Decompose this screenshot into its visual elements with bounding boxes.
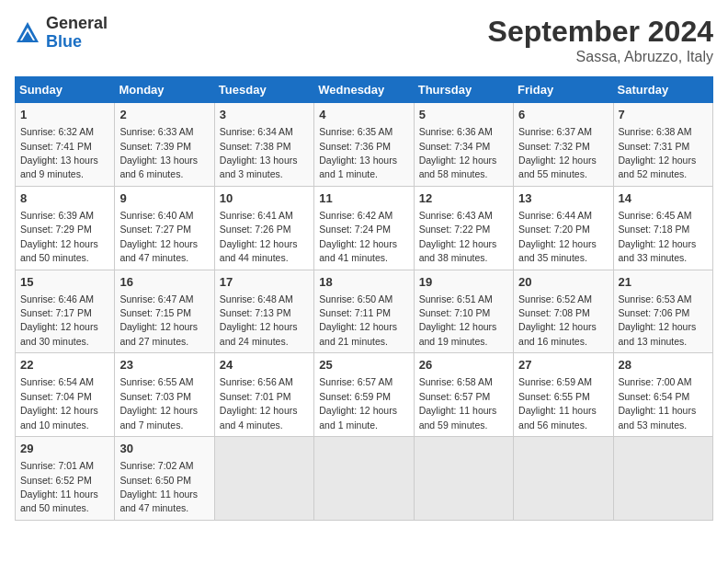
day-number: 22 xyxy=(20,357,109,373)
calendar-cell: 9Sunrise: 6:40 AM Sunset: 7:27 PM Daylig… xyxy=(115,186,214,270)
col-header-tuesday: Tuesday xyxy=(214,77,313,103)
col-header-friday: Friday xyxy=(514,77,613,103)
day-info: Sunrise: 6:55 AM Sunset: 7:03 PM Dayligh… xyxy=(119,376,198,430)
day-number: 26 xyxy=(419,357,508,373)
day-number: 24 xyxy=(220,357,309,373)
title-block: September 2024 Sassa, Abruzzo, Italy xyxy=(488,15,713,65)
day-info: Sunrise: 6:57 AM Sunset: 6:59 PM Dayligh… xyxy=(319,376,397,430)
day-number: 5 xyxy=(419,107,508,123)
calendar-header: SundayMondayTuesdayWednesdayThursdayFrid… xyxy=(16,77,713,103)
day-info: Sunrise: 6:58 AM Sunset: 6:57 PM Dayligh… xyxy=(419,376,497,430)
col-header-sunday: Sunday xyxy=(16,77,115,103)
calendar-cell: 11Sunrise: 6:42 AM Sunset: 7:24 PM Dayli… xyxy=(314,186,414,270)
calendar-cell: 22Sunrise: 6:54 AM Sunset: 7:04 PM Dayli… xyxy=(16,353,115,437)
calendar-cell xyxy=(414,437,513,521)
week-row-4: 22Sunrise: 6:54 AM Sunset: 7:04 PM Dayli… xyxy=(16,353,713,437)
col-header-saturday: Saturday xyxy=(613,77,712,103)
calendar-cell: 12Sunrise: 6:43 AM Sunset: 7:22 PM Dayli… xyxy=(414,186,513,270)
day-info: Sunrise: 6:37 AM Sunset: 7:32 PM Dayligh… xyxy=(518,126,597,179)
calendar-cell: 17Sunrise: 6:48 AM Sunset: 7:13 PM Dayli… xyxy=(214,270,313,353)
day-info: Sunrise: 6:44 AM Sunset: 7:20 PM Dayligh… xyxy=(518,210,597,263)
day-info: Sunrise: 6:43 AM Sunset: 7:22 PM Dayligh… xyxy=(419,210,497,263)
calendar-cell: 30Sunrise: 7:02 AM Sunset: 6:50 PM Dayli… xyxy=(115,437,214,521)
calendar-body: 1Sunrise: 6:32 AM Sunset: 7:41 PM Daylig… xyxy=(16,103,713,521)
logo: General Blue xyxy=(15,15,108,52)
calendar-cell xyxy=(514,437,613,521)
day-number: 27 xyxy=(518,357,608,373)
day-number: 11 xyxy=(319,190,408,207)
day-number: 2 xyxy=(119,107,209,123)
day-info: Sunrise: 6:53 AM Sunset: 7:06 PM Dayligh… xyxy=(619,293,697,347)
calendar-cell: 14Sunrise: 6:45 AM Sunset: 7:18 PM Dayli… xyxy=(613,186,712,270)
day-number: 30 xyxy=(119,441,209,457)
day-number: 21 xyxy=(619,274,708,291)
calendar-cell: 13Sunrise: 6:44 AM Sunset: 7:20 PM Dayli… xyxy=(514,186,613,270)
calendar-cell: 1Sunrise: 6:32 AM Sunset: 7:41 PM Daylig… xyxy=(16,103,115,187)
col-header-thursday: Thursday xyxy=(414,77,513,103)
calendar-cell: 18Sunrise: 6:50 AM Sunset: 7:11 PM Dayli… xyxy=(314,270,414,353)
logo-general-text: General xyxy=(46,14,108,32)
calendar-cell: 15Sunrise: 6:46 AM Sunset: 7:17 PM Dayli… xyxy=(16,270,115,353)
day-info: Sunrise: 7:02 AM Sunset: 6:50 PM Dayligh… xyxy=(119,460,198,513)
day-number: 4 xyxy=(319,107,408,123)
location-text: Sassa, Abruzzo, Italy xyxy=(488,49,713,65)
calendar-cell: 7Sunrise: 6:38 AM Sunset: 7:31 PM Daylig… xyxy=(613,103,712,187)
week-row-1: 1Sunrise: 6:32 AM Sunset: 7:41 PM Daylig… xyxy=(16,103,713,187)
day-info: Sunrise: 6:59 AM Sunset: 6:55 PM Dayligh… xyxy=(518,376,597,430)
day-info: Sunrise: 6:36 AM Sunset: 7:34 PM Dayligh… xyxy=(419,126,497,179)
day-info: Sunrise: 6:41 AM Sunset: 7:26 PM Dayligh… xyxy=(220,210,298,263)
day-info: Sunrise: 7:00 AM Sunset: 6:54 PM Dayligh… xyxy=(619,376,697,430)
day-number: 1 xyxy=(20,107,109,123)
calendar-cell: 28Sunrise: 7:00 AM Sunset: 6:54 PM Dayli… xyxy=(613,353,712,437)
day-number: 15 xyxy=(20,274,109,291)
day-info: Sunrise: 6:47 AM Sunset: 7:15 PM Dayligh… xyxy=(119,293,198,347)
day-number: 23 xyxy=(119,357,209,373)
day-info: Sunrise: 6:45 AM Sunset: 7:18 PM Dayligh… xyxy=(619,210,697,263)
day-number: 29 xyxy=(20,441,109,457)
day-number: 7 xyxy=(619,107,708,123)
calendar-cell: 25Sunrise: 6:57 AM Sunset: 6:59 PM Dayli… xyxy=(314,353,414,437)
day-info: Sunrise: 6:50 AM Sunset: 7:11 PM Dayligh… xyxy=(319,293,397,347)
day-info: Sunrise: 6:54 AM Sunset: 7:04 PM Dayligh… xyxy=(20,376,98,430)
day-info: Sunrise: 6:39 AM Sunset: 7:29 PM Dayligh… xyxy=(20,210,98,263)
page-header: General Blue September 2024 Sassa, Abruz… xyxy=(15,15,713,65)
day-number: 8 xyxy=(20,190,109,207)
day-number: 25 xyxy=(319,357,408,373)
day-info: Sunrise: 6:34 AM Sunset: 7:38 PM Dayligh… xyxy=(220,126,298,179)
day-info: Sunrise: 6:40 AM Sunset: 7:27 PM Dayligh… xyxy=(119,210,198,263)
calendar-cell: 23Sunrise: 6:55 AM Sunset: 7:03 PM Dayli… xyxy=(115,353,214,437)
day-info: Sunrise: 6:32 AM Sunset: 7:41 PM Dayligh… xyxy=(20,126,98,179)
day-info: Sunrise: 6:35 AM Sunset: 7:36 PM Dayligh… xyxy=(319,126,397,179)
day-number: 13 xyxy=(518,190,608,207)
calendar-cell xyxy=(214,437,313,521)
day-number: 18 xyxy=(319,274,408,291)
calendar-cell: 10Sunrise: 6:41 AM Sunset: 7:26 PM Dayli… xyxy=(214,186,313,270)
calendar-cell: 3Sunrise: 6:34 AM Sunset: 7:38 PM Daylig… xyxy=(214,103,313,187)
day-number: 28 xyxy=(619,357,708,373)
calendar-cell: 20Sunrise: 6:52 AM Sunset: 7:08 PM Dayli… xyxy=(514,270,613,353)
calendar-cell: 29Sunrise: 7:01 AM Sunset: 6:52 PM Dayli… xyxy=(16,437,115,521)
day-info: Sunrise: 6:46 AM Sunset: 7:17 PM Dayligh… xyxy=(20,293,98,347)
day-info: Sunrise: 6:56 AM Sunset: 7:01 PM Dayligh… xyxy=(220,376,298,430)
calendar-cell xyxy=(314,437,414,521)
day-number: 17 xyxy=(220,274,309,291)
day-number: 20 xyxy=(518,274,608,291)
day-number: 6 xyxy=(518,107,608,123)
day-info: Sunrise: 6:42 AM Sunset: 7:24 PM Dayligh… xyxy=(319,210,397,263)
col-header-monday: Monday xyxy=(115,77,214,103)
col-header-wednesday: Wednesday xyxy=(314,77,414,103)
week-row-3: 15Sunrise: 6:46 AM Sunset: 7:17 PM Dayli… xyxy=(16,270,713,353)
calendar-cell: 21Sunrise: 6:53 AM Sunset: 7:06 PM Dayli… xyxy=(613,270,712,353)
day-number: 14 xyxy=(619,190,708,207)
calendar-cell: 16Sunrise: 6:47 AM Sunset: 7:15 PM Dayli… xyxy=(115,270,214,353)
calendar-cell xyxy=(613,437,712,521)
day-number: 10 xyxy=(220,190,309,207)
day-number: 12 xyxy=(419,190,508,207)
calendar-table: SundayMondayTuesdayWednesdayThursdayFrid… xyxy=(15,76,713,521)
day-info: Sunrise: 6:51 AM Sunset: 7:10 PM Dayligh… xyxy=(419,293,497,347)
day-number: 16 xyxy=(119,274,209,291)
month-title: September 2024 xyxy=(488,15,713,49)
day-info: Sunrise: 6:33 AM Sunset: 7:39 PM Dayligh… xyxy=(119,126,198,179)
calendar-cell: 19Sunrise: 6:51 AM Sunset: 7:10 PM Dayli… xyxy=(414,270,513,353)
week-row-5: 29Sunrise: 7:01 AM Sunset: 6:52 PM Dayli… xyxy=(16,437,713,521)
